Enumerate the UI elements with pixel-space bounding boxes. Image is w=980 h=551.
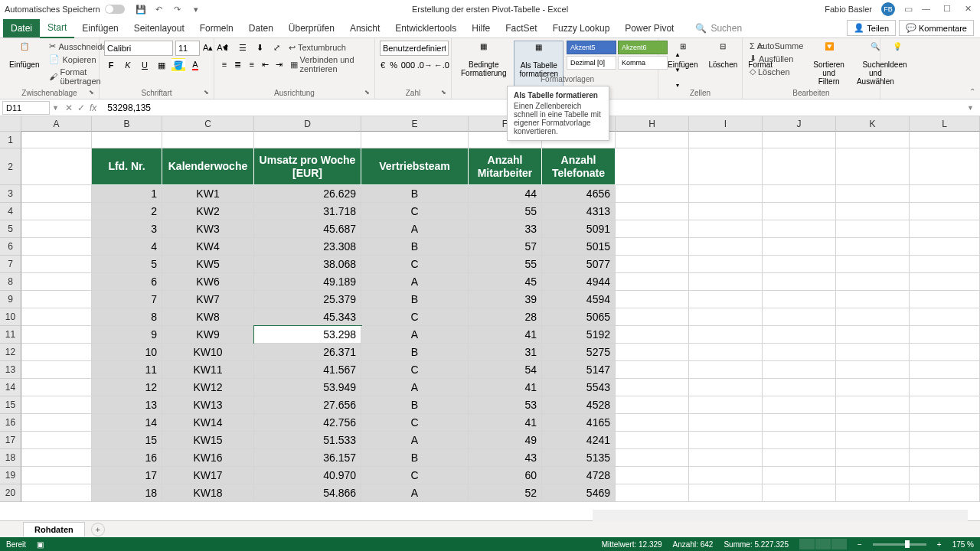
orientation-icon[interactable]: ⤢ xyxy=(270,41,283,54)
cell[interactable] xyxy=(763,361,836,379)
undo-icon[interactable]: ↶ xyxy=(154,4,165,15)
cell[interactable] xyxy=(910,291,980,308)
table-cell[interactable]: A xyxy=(361,379,469,396)
row-head[interactable]: 20 xyxy=(0,484,21,502)
cell[interactable] xyxy=(616,467,689,484)
share-button[interactable]: 👤Teilen xyxy=(847,20,896,36)
tab-help[interactable]: Hilfe xyxy=(464,19,498,37)
cell[interactable] xyxy=(836,344,910,361)
collapse-ribbon-icon[interactable]: ⌃ xyxy=(969,87,975,96)
table-cell[interactable]: 44 xyxy=(469,185,542,203)
underline-button[interactable]: U xyxy=(138,58,152,72)
cell[interactable] xyxy=(616,396,689,414)
cell[interactable] xyxy=(616,185,689,203)
cell[interactable] xyxy=(836,449,910,467)
cell[interactable] xyxy=(616,414,689,432)
indent-inc-icon[interactable]: ⇥ xyxy=(274,57,285,71)
table-cell[interactable]: C xyxy=(361,467,469,484)
table-cell[interactable]: KW7 xyxy=(162,291,254,308)
cell[interactable] xyxy=(616,449,689,467)
table-cell[interactable]: B xyxy=(361,185,469,203)
table-cell[interactable]: 33 xyxy=(469,220,542,238)
table-cell[interactable]: 13 xyxy=(92,396,162,414)
cell[interactable] xyxy=(689,396,763,414)
fill-button[interactable]: ⬇Ausfüllen xyxy=(747,53,805,64)
table-cell[interactable]: KW2 xyxy=(162,203,254,220)
cell[interactable] xyxy=(910,414,980,432)
table-cell[interactable]: 5135 xyxy=(542,449,616,467)
row-head[interactable]: 2 xyxy=(0,148,21,185)
cell[interactable] xyxy=(616,484,689,502)
cell[interactable] xyxy=(763,432,836,449)
cell[interactable] xyxy=(689,432,763,449)
table-cell[interactable]: 39 xyxy=(469,291,542,308)
table-cell[interactable]: 41 xyxy=(469,414,542,432)
comma-icon[interactable]: 000 xyxy=(401,58,415,72)
accept-formula-icon[interactable]: ✓ xyxy=(77,103,85,113)
table-cell[interactable]: 4 xyxy=(92,238,162,256)
cell[interactable] xyxy=(763,326,836,344)
table-header[interactable]: Kalenderwoche xyxy=(162,148,254,185)
cell[interactable] xyxy=(21,361,92,379)
cell[interactable] xyxy=(763,238,836,256)
table-cell[interactable]: A xyxy=(361,432,469,449)
cell[interactable] xyxy=(21,467,92,484)
table-cell[interactable]: 16 xyxy=(92,449,162,467)
cell[interactable] xyxy=(763,379,836,396)
cell[interactable] xyxy=(616,326,689,344)
table-cell[interactable]: 40.970 xyxy=(254,467,361,484)
table-cell[interactable]: KW10 xyxy=(162,344,254,361)
row-head[interactable]: 15 xyxy=(0,396,21,414)
table-cell[interactable]: 38.068 xyxy=(254,256,361,273)
tab-start[interactable]: Start xyxy=(40,18,74,38)
record-macro-icon[interactable]: ▣ xyxy=(37,540,44,549)
cell[interactable] xyxy=(836,484,910,502)
table-cell[interactable]: 4656 xyxy=(542,185,616,203)
table-cell[interactable]: 41.567 xyxy=(254,361,361,379)
cell[interactable] xyxy=(21,344,92,361)
table-cell[interactable]: 18 xyxy=(92,484,162,502)
col-I[interactable]: I xyxy=(689,116,763,132)
table-cell[interactable]: 41 xyxy=(469,326,542,344)
bold-button[interactable]: F xyxy=(104,58,118,72)
cell[interactable] xyxy=(763,220,836,238)
cell[interactable] xyxy=(910,185,980,203)
cell[interactable] xyxy=(836,326,910,344)
cell[interactable] xyxy=(616,432,689,449)
table-cell[interactable]: 54.866 xyxy=(254,484,361,502)
cell[interactable] xyxy=(616,238,689,256)
table-cell[interactable]: 17 xyxy=(92,467,162,484)
table-cell[interactable]: 4528 xyxy=(542,396,616,414)
table-cell[interactable]: 5275 xyxy=(542,344,616,361)
cell[interactable] xyxy=(21,484,92,502)
cell[interactable] xyxy=(910,344,980,361)
table-cell[interactable]: 4165 xyxy=(542,414,616,432)
table-cell[interactable]: 55 xyxy=(469,203,542,220)
table-cell[interactable]: B xyxy=(361,344,469,361)
table-cell[interactable]: KW6 xyxy=(162,273,254,291)
align-right-icon[interactable]: ≡ xyxy=(247,57,257,71)
cell[interactable] xyxy=(763,256,836,273)
table-cell[interactable]: 1 xyxy=(92,185,162,203)
table-cell[interactable]: 14 xyxy=(92,414,162,432)
table-cell[interactable]: 10 xyxy=(92,344,162,361)
row-head[interactable]: 5 xyxy=(0,220,21,238)
table-cell[interactable]: 51.533 xyxy=(254,432,361,449)
cell[interactable] xyxy=(689,148,763,185)
cell[interactable] xyxy=(21,414,92,432)
table-cell[interactable]: 5 xyxy=(92,256,162,273)
close-button[interactable]: ✕ xyxy=(965,4,975,15)
name-box-dropdown-icon[interactable]: ▼ xyxy=(52,104,59,112)
table-cell[interactable]: KW12 xyxy=(162,379,254,396)
cell[interactable] xyxy=(836,291,910,308)
cell[interactable] xyxy=(361,132,469,148)
cell[interactable] xyxy=(836,396,910,414)
normal-view-icon[interactable] xyxy=(799,539,815,549)
cell[interactable] xyxy=(21,396,92,414)
table-cell[interactable]: 31 xyxy=(469,344,542,361)
cell[interactable] xyxy=(21,203,92,220)
horizontal-scrollbar[interactable] xyxy=(593,510,968,522)
tab-view[interactable]: Ansicht xyxy=(342,19,387,37)
zoom-in-icon[interactable]: + xyxy=(937,540,942,549)
cell[interactable] xyxy=(763,308,836,326)
